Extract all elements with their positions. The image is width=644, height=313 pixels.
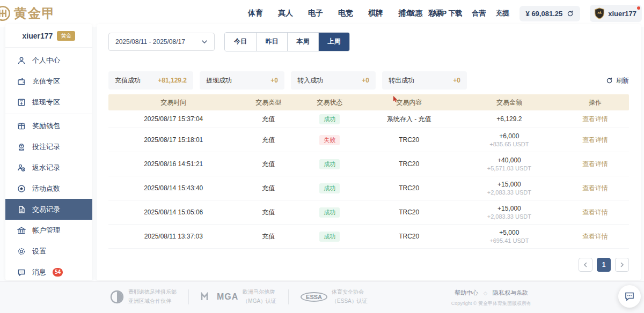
col-status: 交易状态 [298, 98, 361, 107]
link-app-download[interactable]: APP 下载 [432, 9, 462, 18]
withdraw-icon [17, 98, 26, 107]
tx-type: 充值 [239, 232, 299, 241]
sidebar-item-label: 奖励钱包 [32, 121, 60, 131]
nav-item-cards[interactable]: 棋牌 [368, 9, 383, 18]
summary-transfer-in-success: 转入成功 +0 [291, 71, 376, 90]
link-promos[interactable]: 优惠 [408, 9, 422, 18]
nav-item-live[interactable]: 真人 [278, 9, 293, 18]
summary-value: +0 [362, 77, 369, 84]
sidebar-item-settings[interactable]: 设置 [5, 241, 92, 262]
page-prev-button[interactable] [579, 258, 592, 272]
sidebar-item-rebate-records[interactable]: 返水记录 [5, 157, 92, 178]
tx-time: 2025/08/16 14:51:21 [108, 160, 239, 168]
footer-divider [288, 289, 289, 304]
tx-time: 2025/08/17 15:18:01 [108, 136, 239, 144]
tx-time: 2025/08/17 15:37:04 [108, 115, 239, 123]
nav-item-slots[interactable]: 电子 [308, 9, 323, 18]
tab-yesterday[interactable]: 昨日 [256, 33, 287, 51]
date-quick-tabs: 今日 昨日 本周 上周 [224, 32, 350, 51]
sidebar-item-bet-records[interactable]: 投注记录 [5, 136, 92, 157]
sidebar-menu: 个人中心 充值专区 提现专区 奖励钱包 投注记录 返水记录 活动点数 [5, 48, 92, 280]
summary-label: 充值成功 [115, 76, 141, 85]
tx-type: 充值 [239, 136, 299, 145]
refresh-icon[interactable] [567, 10, 574, 17]
summary-deposit-success: 充值成功 +81,129.2 [108, 71, 193, 90]
tx-time: 2025/08/14 15:43:40 [108, 184, 239, 192]
col-action: 操作 [561, 98, 629, 107]
vip-level-badge: 黄金 [57, 31, 75, 41]
sidebar-item-label: 活动点数 [32, 184, 60, 193]
view-details-link[interactable]: 查看详情 [582, 233, 608, 240]
vip-shield-icon [594, 8, 605, 19]
refresh-button[interactable]: 刷新 [606, 76, 629, 85]
view-details-link[interactable]: 查看详情 [582, 136, 608, 144]
sidebar-item-withdraw[interactable]: 提现专区 [5, 92, 92, 113]
tx-type: 充值 [239, 184, 299, 193]
sidebar-item-personal-center[interactable]: 个人中心 [5, 50, 92, 71]
tx-type: 充值 [239, 160, 299, 169]
gift-icon [17, 122, 26, 130]
chevron-left-icon [583, 262, 588, 267]
sidebar-item-label: 设置 [32, 247, 46, 256]
col-amount: 交易金额 [457, 98, 561, 107]
message-bubble-icon [17, 268, 26, 277]
sidebar-item-reward-wallet[interactable]: 奖励钱包 [5, 115, 92, 136]
col-content: 交易内容 [361, 98, 457, 107]
view-details-link[interactable]: 查看详情 [582, 160, 608, 168]
partner-text: 费耶诺德足球俱乐部 [128, 288, 177, 296]
date-range-select[interactable]: 2025/08/11 - 2025/08/17 [108, 33, 215, 51]
nav-item-sports[interactable]: 体育 [248, 9, 263, 18]
sidebar-item-account-management[interactable]: 帐户管理 [5, 220, 92, 241]
balance-display[interactable]: ¥ 69,081.25 [519, 6, 581, 21]
brand-logo[interactable]: 黄金甲 [0, 4, 56, 23]
balance-amount: ¥ 69,081.25 [526, 10, 563, 18]
live-chat-button[interactable] [618, 285, 641, 308]
chat-bubble-icon [624, 290, 635, 302]
footer-links: 帮助中心 ◇ 隐私权与条款 Copyright © 黄金甲体育集团版权所有 [451, 289, 531, 307]
summary-label: 转入成功 [297, 76, 323, 85]
status-badge: 成功 [319, 183, 340, 193]
sidebar-item-messages[interactable]: 消息 54 [5, 262, 92, 280]
link-affiliate[interactable]: 合营 [472, 9, 486, 18]
help-center-link[interactable]: 帮助中心 [455, 289, 478, 297]
page-next-button[interactable] [615, 258, 629, 272]
essa-logo-text: ESSA [301, 292, 327, 302]
status-badge: 成功 [319, 159, 340, 169]
view-details-link[interactable]: 查看详情 [582, 115, 608, 123]
user-menu[interactable]: xiuer177 [590, 5, 642, 22]
tab-this-week[interactable]: 本周 [287, 33, 318, 51]
sidebar-item-transaction-records[interactable]: 交易记录 [5, 199, 92, 220]
tx-content: TRC20 [361, 184, 457, 192]
page-number-button[interactable]: 1 [597, 258, 611, 272]
summary-row: 充值成功 +81,129.2 提现成功 +0 转入成功 +0 转出成功 +0 刷… [108, 71, 629, 90]
view-details-link[interactable]: 查看详情 [582, 184, 608, 192]
sidebar: xiuer177 黄金 个人中心 充值专区 提现专区 奖励钱包 投注记录 返水记… [5, 24, 92, 280]
menu-divider [5, 114, 92, 114]
table-header: 交易时间 交易类型 交易状态 交易内容 交易金额 操作 [108, 94, 629, 110]
sidebar-item-activity-points[interactable]: 活动点数 [5, 178, 92, 199]
privacy-terms-link[interactable]: 隐私权与条款 [493, 289, 528, 297]
nav-item-esports[interactable]: 电竞 [338, 9, 353, 18]
summary-label: 转出成功 [389, 76, 414, 85]
partner-mga: MGA 欧洲马尔他牌 （MGA）认证 [201, 288, 276, 305]
col-time: 交易时间 [108, 98, 239, 107]
tx-amount: +6,129.2 [457, 115, 561, 123]
tx-time: 2025/08/11 13:37:03 [108, 233, 239, 240]
sidebar-item-deposit[interactable]: 充值专区 [5, 71, 92, 92]
message-count-badge: 54 [53, 268, 63, 277]
tx-amount: +15,000 [457, 205, 561, 212]
brand-name: 黄金甲 [14, 5, 56, 22]
summary-withdraw-success: 提现成功 +0 [200, 71, 284, 90]
summary-value: +0 [270, 77, 278, 84]
transaction-records-panel: 2025/08/11 - 2025/08/17 今日 昨日 本周 上周 充值成功… [97, 24, 641, 280]
tx-amount-usdt: +695.41 USDT [457, 237, 561, 244]
tab-today[interactable]: 今日 [225, 33, 256, 51]
sidebar-item-label: 充值专区 [32, 77, 60, 86]
link-deposit-withdraw[interactable]: 充提 [496, 9, 510, 18]
footer: 费耶诺德足球俱乐部 亚洲区域合作伙伴 MGA 欧洲马尔他牌 （MGA）认证 ES… [0, 281, 644, 313]
table-row: 2025/08/17 15:37:04 充值 成功 系统存入 - 充值 +6,1… [108, 110, 629, 128]
status-badge: 失败 [319, 135, 340, 145]
view-details-link[interactable]: 查看详情 [582, 208, 608, 216]
tab-last-week[interactable]: 上周 [318, 33, 349, 51]
partner-text: （MGA）认证 [243, 297, 276, 305]
